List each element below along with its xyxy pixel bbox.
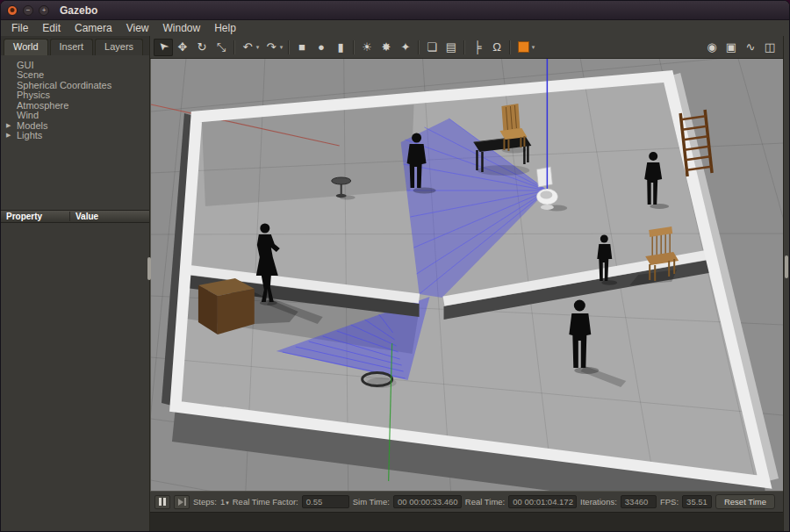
property-table-body [1,223,149,531]
menu-edit[interactable]: Edit [35,21,68,35]
box-shape-icon[interactable]: ■ [292,39,312,56]
property-table-header: Property Value [1,210,149,223]
tree-item-models[interactable]: ▶ Models [3,120,147,131]
expand-arrow-icon[interactable]: ▶ [6,132,11,139]
plot-icon[interactable]: ∿ [741,39,760,56]
tree-item-gui[interactable]: GUI [3,60,147,70]
rotate-tool-icon[interactable]: ↻ [192,39,212,56]
panel-splitter[interactable] [147,257,151,280]
toolbar-separator [418,40,420,54]
menubar: File Edit Camera View Window Help [1,20,789,36]
steps-caret-icon[interactable]: ▾ [226,500,229,506]
joint-tool-icon[interactable]: Ω [487,39,506,56]
log-record-icon[interactable]: ▣ [722,39,741,56]
tree-item-atmosphere[interactable]: Atmosphere [3,100,147,111]
select-tool-icon[interactable]: ➤ [154,39,173,56]
sim-time-label: Sim Time: [353,497,390,507]
iterations-label: Iterations: [580,497,617,507]
tree-item-spherical-coordinates[interactable]: Spherical Coordinates [3,80,147,90]
directional-light-icon[interactable]: ☀ [357,39,377,56]
scene-3d-view[interactable] [151,59,783,491]
toolbar-separator [463,40,465,54]
toolbar-separator [353,40,355,54]
right-splitter[interactable] [785,255,788,278]
property-column-header: Property [1,212,69,221]
tree-item-physics[interactable]: Physics [3,90,147,101]
bottom-log-strip [150,512,783,531]
minimize-button[interactable]: − [23,5,33,16]
steps-spinner[interactable]: 1▾ [220,497,229,507]
scene-3d-viewport[interactable] [150,59,783,491]
tab-insert[interactable]: Insert [50,39,94,55]
copy-icon[interactable]: ❏ [422,39,442,56]
gazebo-window: × − + Gazebo File Edit Camera View Windo… [0,0,790,532]
value-column-header: Value [69,212,149,221]
rtf-label: Real Time Factor: [233,497,298,507]
menu-help[interactable]: Help [207,21,243,35]
close-button[interactable]: × [7,5,18,16]
window-title: Gazebo [60,4,97,17]
select-arrow-glyph: ➤ [155,39,171,54]
steps-value: 1 [220,497,225,507]
align-tool-icon[interactable]: ╞ [468,39,487,56]
titlebar[interactable]: × − + Gazebo [1,1,789,20]
redo-history-caret-icon[interactable]: ▾ [277,39,285,56]
world-panel: World Insert Layers GUI Scene Spherical … [1,36,150,531]
toolbar-separator [233,40,235,54]
panel-tabs: World Insert Layers [1,36,149,55]
real-time-field: 00 00:01:04.172 [508,495,577,508]
point-light-icon[interactable]: ✸ [377,39,396,56]
undo-history-caret-icon[interactable]: ▾ [254,39,262,56]
real-time-label: Real Time: [465,497,505,507]
steps-label: Steps: [193,497,217,507]
tree-item-label: Lights [17,130,42,140]
tab-world[interactable]: World [4,39,48,55]
rtf-field: 0.55 [302,495,349,508]
menu-window[interactable]: Window [156,21,208,35]
sim-time-field: 00 00:00:33.460 [393,495,462,508]
building-editor-caret-icon[interactable]: ▾ [529,39,537,56]
fps-label: FPS: [660,497,679,507]
step-button[interactable] [174,495,190,509]
spot-light-icon[interactable]: ✦ [396,39,415,56]
simulation-bar: Steps: 1▾ Real Time Factor: 0.55 Sim Tim… [150,491,783,512]
translate-tool-icon[interactable]: ✥ [173,39,192,56]
pause-button[interactable] [154,495,170,509]
tree-item-scene[interactable]: Scene [3,70,147,81]
tree-item-label: Models [17,120,47,131]
toolbar-separator [509,40,511,54]
menu-file[interactable]: File [4,21,35,35]
render-toolbar: ➤ ✥ ↻ ⤡ ↶ ▾ ↷ ▾ ■ ● ▮ ☀ ✸ ✦ ❏ ▤ [150,36,783,59]
tree-item-wind[interactable]: Wind [3,111,147,121]
maximize-button[interactable]: + [39,5,49,16]
paste-icon[interactable]: ▤ [442,39,461,56]
reset-time-button[interactable]: Reset Time [715,494,775,509]
video-record-icon[interactable]: ◫ [760,39,779,56]
cylinder-shape-icon[interactable]: ▮ [331,39,350,56]
screenshot-icon[interactable]: ◉ [702,39,722,56]
menu-camera[interactable]: Camera [68,21,119,35]
tab-layers[interactable]: Layers [95,39,143,55]
toolbar-separator [288,40,290,54]
tree-item-lights[interactable]: ▶ Lights [3,131,147,141]
world-tree: GUI Scene Spherical Coordinates Physics … [1,55,149,210]
menu-view[interactable]: View [119,21,156,35]
iterations-field: 33460 [621,495,657,508]
fps-field: 35.51 [682,495,712,508]
scale-tool-icon[interactable]: ⤡ [212,39,231,56]
sphere-shape-icon[interactable]: ● [312,39,331,56]
expand-arrow-icon[interactable]: ▶ [6,122,11,129]
right-panel-strip [783,36,789,531]
